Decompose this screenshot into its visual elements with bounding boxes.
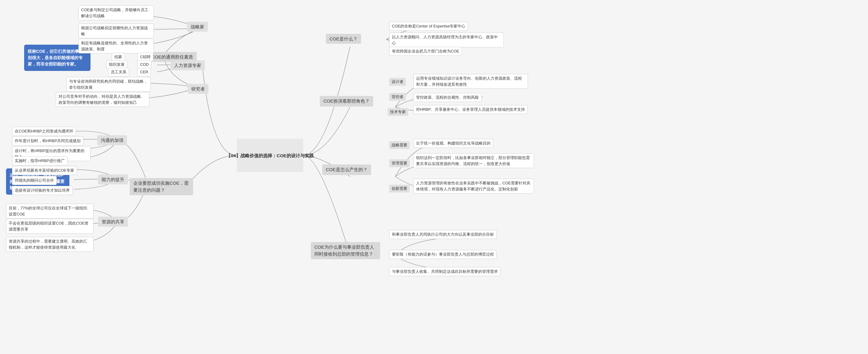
node-strategy-need: 战略需要 bbox=[389, 141, 410, 149]
node-comm-1: 在COE和HRBP之间形成沟通闭环 bbox=[12, 127, 76, 136]
node-recruit: 招募 bbox=[112, 53, 125, 61]
mind-map: 【04】战略价值的选择：COE的设计与实践 统称COE，但它们所做的事区别很大，… bbox=[0, 0, 868, 354]
node-cap-1: 从业界招募有丰富经验的COE专家 bbox=[12, 166, 77, 175]
node-res-2: 不会在更低层级的组织设置COE，因此COE资源需要共享 bbox=[6, 219, 94, 234]
node-why-3: 与事业部负责人收集、共同制定达成此目标所需要的管理需求 bbox=[389, 267, 500, 276]
node-res-3: 资源共享的过程中，需要建立透明、高效的汇报机制，这样才能使得资源使用最大化 bbox=[6, 237, 94, 252]
node-what-3: 有些跨国企业会把几个部门合称为COE bbox=[389, 47, 462, 56]
node-cer: CER bbox=[137, 68, 151, 76]
node-coe-implement: 企业要想成功实施COE，需要注意的问题？ bbox=[130, 178, 193, 195]
center-label: 【04】战略价值的选择：COE的设计与实践 bbox=[226, 152, 313, 159]
center-node: 【04】战略价值的选择：COE的设计与实践 bbox=[237, 139, 303, 172]
node-why-2: 要听取（有能力的话参与）事业部负责人与总部的博弈过程 bbox=[389, 250, 497, 259]
node-strategy-need-detail: 出于统一价值观、构建组织文化等战略目的 bbox=[413, 139, 493, 148]
node-researcher: 研究者 bbox=[188, 84, 209, 94]
node-researcher-2: 对公司竞争对手的动向，特别是其人力资源战略、政策导向的调整有敏锐的觉察，做到知彼… bbox=[56, 92, 149, 107]
node-what-is-coe: COE是什么？ bbox=[326, 34, 361, 44]
node-manager: 管控者 bbox=[389, 93, 406, 101]
node-comm: 沟通的加强 bbox=[97, 135, 127, 145]
node-why-1: 和事业部负责人共同执行公司的大方向以及事业部的分目标 bbox=[389, 230, 497, 239]
node-comm-2: 作年度计划时，和HRBP共同完成规划 bbox=[12, 137, 83, 145]
node-designer-detail: 运用专业领域知识设计业务导向、创新的人力资源政策、流程和方案，并持续改进其有效性 bbox=[413, 74, 528, 89]
node-innov-need: 创新需要 bbox=[389, 185, 410, 193]
node-org-dev: 组织发展 bbox=[106, 60, 127, 69]
node-cap-2: 同领先的顾问公司合作 bbox=[12, 176, 57, 185]
node-coe-why: COE为什么要与事业部负责人同时接收到总部的管理信息？ bbox=[311, 242, 380, 259]
node-mgmt-need: 管理需要 bbox=[389, 159, 410, 167]
node-designer: 设计者 bbox=[389, 78, 406, 86]
node-res-1: 目前，77%的全球公司仅在全球或下一级组织设置COE bbox=[6, 204, 94, 218]
node-strategist-2: 根据公司战略拟定前瞻性的人力资源战略 bbox=[79, 24, 154, 38]
node-cap-3: 选拔有设计经验的专才加以培养 bbox=[12, 186, 72, 195]
node-tech-detail: 对HRBP、共享服务中心、业务管理人员提供本领域的技术支持 bbox=[413, 105, 528, 114]
node-comm-4: 实施时，指导HRBP进行推广 bbox=[12, 156, 68, 166]
node-mgmt-need-detail: 组织达到一定阶段时，比如各事业群相对独立，部分管理职能也需要共享以实现资源的均衡… bbox=[413, 153, 534, 168]
node-innov-need-detail: 人力资源管理的有效性在业务实践中不断被挑战，COE需要针对具体情境，对现有人力资… bbox=[413, 179, 534, 194]
node-res: 资源的共享 bbox=[98, 217, 128, 227]
node-strategist-3: 制定有战略连接性的、全局性的人力资源政策、制度 bbox=[79, 39, 154, 53]
node-coe-roles: COE扮演着那些角色？ bbox=[320, 96, 373, 107]
node-researcher-1: 与专业咨询和研究机构共同切磋，联结战略，牵引组织发展 bbox=[66, 77, 151, 92]
node-what-1: COE的全称是Center of Expertise专家中心 bbox=[389, 22, 468, 31]
node-recruit-c: C招聘 bbox=[137, 53, 153, 61]
node-coe-origin: COE是怎么产生的？ bbox=[322, 165, 371, 175]
node-manager-detail: 管控政策、流程的合规性、控制风险 bbox=[413, 93, 482, 102]
node-er: 员工关系 bbox=[108, 68, 129, 76]
node-cod: COD bbox=[137, 60, 151, 69]
node-strategist: 战略家 bbox=[187, 22, 208, 32]
node-what-2: 以人力资源顾问、人力资源高级经理为主的专家中心、政策中心 bbox=[389, 33, 504, 48]
node-cap: 能力的提升 bbox=[98, 174, 128, 184]
node-hr-expert: 人力资源专家 bbox=[170, 60, 205, 70]
node-strategist-1: COE参与制定公司战略，并能够向员工解读公司战略 bbox=[79, 5, 154, 20]
node-tech-expert: 技术专家 bbox=[388, 108, 408, 116]
